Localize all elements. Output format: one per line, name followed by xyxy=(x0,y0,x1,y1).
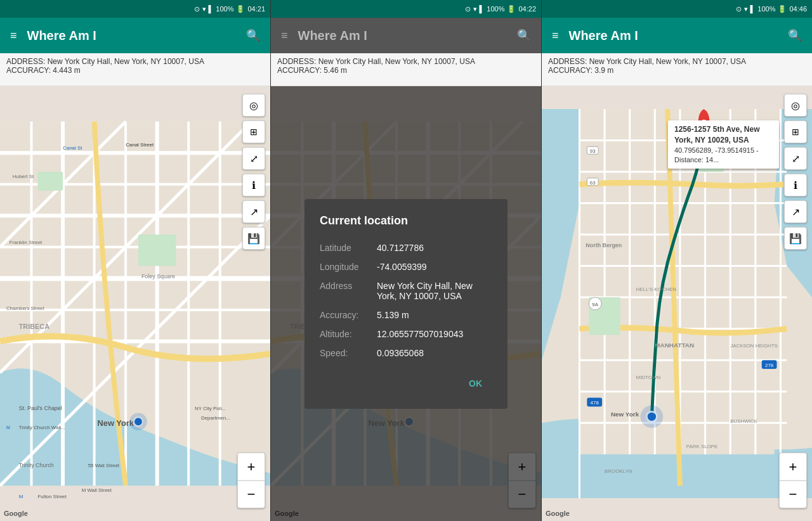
svg-text:55 Wall Street: 55 Wall Street xyxy=(88,463,120,468)
accuracy-text-1: ACCURACY: 4.443 m xyxy=(6,66,264,75)
search-icon-1[interactable]: 🔍 xyxy=(246,29,260,42)
svg-text:Trinity Church Wall...: Trinity Church Wall... xyxy=(19,425,65,430)
accuracy-text-3: ACCURACY: 3.9 m xyxy=(548,66,806,75)
wifi-icon-1: ▾ xyxy=(202,5,206,13)
my-location-btn-3[interactable]: ◎ xyxy=(784,94,807,117)
dialog-row-longitude: Longitude -74.0059399 xyxy=(320,262,492,272)
svg-text:PARK SLOPE: PARK SLOPE xyxy=(686,444,718,449)
value-longitude: -74.0059399 xyxy=(377,262,492,272)
layers-btn-3[interactable]: ⊞ xyxy=(784,120,807,143)
zoom-in-btn-3[interactable]: + xyxy=(779,453,807,480)
location-icon-3: ⊙ xyxy=(736,5,742,13)
svg-text:278: 278 xyxy=(765,363,774,368)
svg-text:Canal St: Canal St xyxy=(63,145,82,151)
info-btn-3[interactable]: ℹ xyxy=(784,174,807,196)
svg-point-88 xyxy=(641,405,664,428)
map-area-2[interactable]: TRIBECA New York Current location Latitu… xyxy=(271,86,541,521)
status-bar-2: ⊙ ▾ ▌ 100% 🔋 04:22 xyxy=(271,0,541,18)
fullscreen-btn-1[interactable]: ⤢ xyxy=(242,147,265,170)
battery-icon-3: 🔋 xyxy=(778,5,787,13)
address-bar-2: ADDRESS: New York City Hall, New York, N… xyxy=(271,53,541,86)
app-bar-3: ≡ Where Am I 🔍 xyxy=(542,18,812,53)
app-bar-2: ≡ Where Am I 🔍 xyxy=(271,18,541,53)
dialog-row-altitude: Altitude: 12.065577507019043 xyxy=(320,329,492,339)
google-logo-3: Google xyxy=(546,510,570,517)
dialog-title: Current location xyxy=(320,214,492,228)
status-bar-3: ⊙ ▾ ▌ 100% 🔋 04:46 xyxy=(542,0,812,18)
svg-text:New York: New York xyxy=(611,411,639,418)
location-icon-2: ⊙ xyxy=(465,5,471,13)
location-icon-1: ⊙ xyxy=(194,5,200,13)
svg-text:BROOKLYN: BROOKLYN xyxy=(605,468,632,474)
svg-text:Fulton Street: Fulton Street xyxy=(37,494,67,499)
svg-text:Departmen...: Departmen... xyxy=(201,415,230,421)
layers-btn-1[interactable]: ⊞ xyxy=(242,120,265,143)
label-speed: Speed: xyxy=(320,348,377,358)
svg-text:Foley Square: Foley Square xyxy=(141,273,175,280)
address-text-3: ADDRESS: New York City Hall, New York, N… xyxy=(548,57,806,66)
zoom-in-btn-1[interactable]: + xyxy=(237,453,265,480)
zoom-controls-1: + − xyxy=(237,453,265,508)
dialog-overlay-2: Current location Latitude 40.7127786 Lon… xyxy=(271,86,541,521)
panel-2: ⊙ ▾ ▌ 100% 🔋 04:22 ≡ Where Am I 🔍 ADDRES… xyxy=(270,0,541,521)
svg-text:Hubert St: Hubert St xyxy=(13,174,34,179)
svg-text:TRIBECA: TRIBECA xyxy=(19,323,49,330)
battery-icon-2: 🔋 xyxy=(507,5,516,13)
app-title-3: Where Am I xyxy=(569,29,778,43)
save-btn-1[interactable]: 💾 xyxy=(242,227,265,250)
search-icon-3[interactable]: 🔍 xyxy=(788,29,802,42)
address-text-2: ADDRESS: New York City Hall, New York, N… xyxy=(277,57,535,66)
signal-icon-2: ▌ xyxy=(480,5,485,13)
svg-text:MIDTOWN: MIDTOWN xyxy=(636,375,661,380)
svg-text:North Bergen: North Bergen xyxy=(586,242,622,248)
svg-text:St. Paul's Chapel: St. Paul's Chapel xyxy=(19,405,62,411)
tooltip-coords-3: 40.7956289, -73.9514915 - Distance: 14..… xyxy=(674,146,759,164)
svg-text:63: 63 xyxy=(590,180,596,186)
svg-text:9A: 9A xyxy=(592,302,598,307)
share-btn-1[interactable]: ↗ xyxy=(242,200,265,223)
accuracy-text-2: ACCURACY: 5.46 m xyxy=(277,66,535,75)
battery-text-1: 100% xyxy=(216,5,233,13)
svg-text:M Wall Street: M Wall Street xyxy=(82,487,112,493)
label-latitude: Latitude xyxy=(320,243,377,253)
current-location-dialog: Current location Latitude 40.7127786 Lon… xyxy=(304,199,508,409)
zoom-out-btn-3[interactable]: − xyxy=(779,480,807,508)
menu-icon-1[interactable]: ≡ xyxy=(10,29,17,42)
search-icon-2[interactable]: 🔍 xyxy=(517,29,531,42)
svg-text:BUSHWICK: BUSHWICK xyxy=(730,418,757,424)
value-accuracy: 5.139 m xyxy=(377,310,492,320)
zoom-out-btn-1[interactable]: − xyxy=(237,480,265,508)
svg-text:M: M xyxy=(19,494,23,499)
app-title-1: Where Am I xyxy=(27,29,236,43)
battery-text-2: 100% xyxy=(487,5,504,13)
svg-text:New York: New York xyxy=(98,418,134,428)
ok-button[interactable]: OK xyxy=(459,373,492,394)
google-logo-1: Google xyxy=(4,510,28,517)
battery-text-3: 100% xyxy=(757,5,775,13)
app-bar-1: ≡ Where Am I 🔍 xyxy=(0,18,270,53)
panel-3: ⊙ ▾ ▌ 100% 🔋 04:46 ≡ Where Am I 🔍 ADDRES… xyxy=(541,0,812,521)
zoom-controls-3: + − xyxy=(779,453,807,508)
time-2: 04:22 xyxy=(518,5,536,13)
svg-text:M: M xyxy=(6,425,10,430)
label-altitude: Altitude: xyxy=(320,329,377,339)
my-location-btn-1[interactable]: ◎ xyxy=(242,94,265,117)
save-btn-3[interactable]: 💾 xyxy=(784,227,807,250)
app-title-2: Where Am I xyxy=(298,29,507,43)
menu-icon-3[interactable]: ≡ xyxy=(552,29,559,42)
address-bar-3: ADDRESS: New York City Hall, New York, N… xyxy=(542,53,812,86)
map-area-3[interactable]: North Bergen MANHATTAN HELL'S KITCHEN MI… xyxy=(542,86,812,521)
info-btn-1[interactable]: ℹ xyxy=(242,174,265,196)
value-address: New York City Hall, New York, NY 10007, … xyxy=(377,281,492,301)
info-tooltip-3: 1256-1257 5th Ave, New York, NY 10029, U… xyxy=(668,120,779,169)
dialog-row-latitude: Latitude 40.7127786 xyxy=(320,243,492,253)
address-bar-1: ADDRESS: New York City Hall, New York, N… xyxy=(0,53,270,86)
svg-rect-19 xyxy=(37,172,63,191)
menu-icon-2[interactable]: ≡ xyxy=(281,29,288,42)
signal-icon-3: ▌ xyxy=(750,5,756,13)
svg-text:478: 478 xyxy=(591,401,599,406)
map-area-1[interactable]: Hubert St Franklin Street Chambers Stree… xyxy=(0,86,270,521)
share-btn-3[interactable]: ↗ xyxy=(784,200,807,223)
fullscreen-btn-3[interactable]: ⤢ xyxy=(784,147,807,170)
svg-text:93: 93 xyxy=(590,148,596,154)
